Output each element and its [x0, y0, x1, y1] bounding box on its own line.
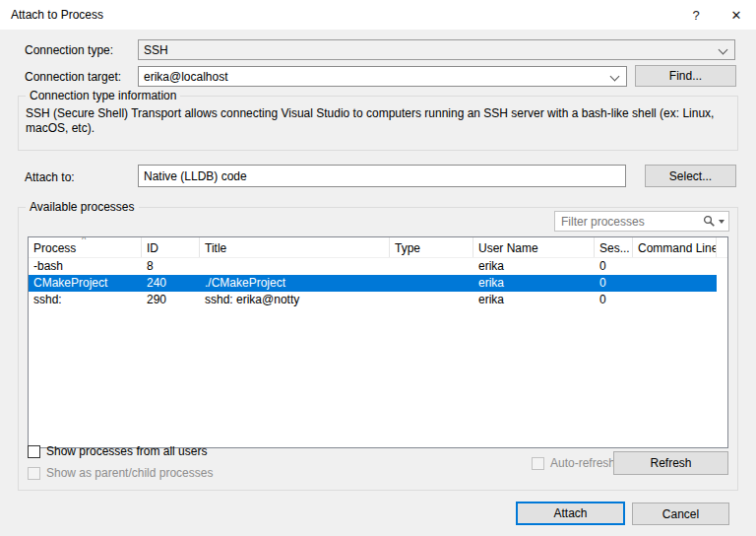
- window-title: Attach to Process: [11, 8, 103, 22]
- process-cell-cmd: [633, 258, 717, 275]
- show-all-users-checkbox[interactable]: Show processes from all users: [28, 444, 207, 458]
- process-cell-process: CMakeProject: [29, 275, 142, 292]
- process-cell-process: sshd:: [29, 292, 142, 308]
- process-list-header: Process^IDTitleTypeUser NameSes...Comman…: [29, 237, 727, 258]
- sort-ascending-icon: ^: [82, 237, 86, 244]
- column-header[interactable]: Ses...: [595, 237, 633, 257]
- filter-options-dropdown-icon[interactable]: [719, 220, 724, 224]
- process-cell-title: sshd: erika@notty: [200, 292, 390, 308]
- connection-info-group-label: Connection type information: [26, 89, 180, 102]
- process-cell-title: [200, 258, 390, 275]
- close-button[interactable]: ✕: [719, 0, 754, 30]
- show-parent-child-checkbox: Show as parent/child processes: [28, 466, 213, 480]
- cancel-button[interactable]: Cancel: [632, 502, 729, 525]
- column-header[interactable]: Command Line: [633, 237, 717, 257]
- column-header[interactable]: Process^: [29, 237, 142, 257]
- process-list-rows: -bash8erika0CMakeProject240./CMakeProjec…: [29, 258, 727, 308]
- title-bar: Attach to Process ? ✕: [0, 0, 756, 30]
- column-header[interactable]: User Name: [473, 237, 595, 257]
- checkbox-box-icon: [28, 467, 40, 480]
- available-processes-group-label: Available processes: [26, 200, 139, 214]
- filter-processes-input[interactable]: Filter processes: [554, 211, 729, 232]
- chevron-down-icon: [610, 72, 620, 82]
- connection-target-label: Connection target:: [25, 70, 121, 84]
- connection-target-value: erika@localhost: [144, 70, 228, 84]
- process-cell-cmd: [633, 292, 717, 308]
- filter-placeholder: Filter processes: [561, 215, 645, 229]
- attach-to-label: Attach to:: [25, 170, 75, 184]
- connection-target-combobox[interactable]: erika@localhost: [138, 66, 627, 87]
- process-cell-user: erika: [473, 275, 595, 292]
- attach-button[interactable]: Attach: [516, 502, 625, 525]
- column-header[interactable]: Title: [200, 237, 390, 257]
- connection-info-text: SSH (Secure Shell) Transport allows conn…: [26, 106, 726, 136]
- process-cell-title: ./CMakeProject: [200, 275, 390, 292]
- chevron-down-icon: [719, 45, 728, 55]
- connection-type-combobox[interactable]: SSH: [138, 39, 735, 60]
- process-cell-type: [390, 275, 473, 292]
- select-button[interactable]: Select...: [645, 165, 736, 187]
- connection-type-label: Connection type:: [25, 43, 113, 57]
- process-cell-type: [390, 258, 473, 275]
- checkbox-box-icon[interactable]: [28, 445, 40, 458]
- connection-type-value: SSH: [144, 43, 168, 57]
- process-cell-type: [390, 292, 473, 308]
- attach-to-field[interactable]: [138, 165, 626, 187]
- help-button[interactable]: ?: [678, 0, 714, 30]
- attach-to-process-dialog: { "window": { "title": "Attach to Proces…: [0, 0, 756, 536]
- process-cell-cmd: [633, 275, 717, 292]
- show-all-users-label: Show processes from all users: [46, 444, 207, 458]
- process-cell-id: 290: [142, 292, 200, 308]
- process-row[interactable]: sshd:290sshd: erika@nottyerika0: [29, 292, 717, 308]
- process-row[interactable]: -bash8erika0: [29, 258, 717, 275]
- process-cell-user: erika: [473, 258, 595, 275]
- refresh-button[interactable]: Refresh: [613, 451, 728, 475]
- process-list[interactable]: Process^IDTitleTypeUser NameSes...Comman…: [28, 236, 728, 448]
- checkbox-box-icon: [532, 457, 544, 470]
- process-cell-user: erika: [473, 292, 595, 308]
- process-cell-ses: 0: [595, 258, 633, 275]
- process-row[interactable]: CMakeProject240./CMakeProjecterika0: [29, 275, 717, 292]
- show-parent-child-label: Show as parent/child processes: [46, 466, 213, 480]
- column-header[interactable]: Type: [390, 237, 473, 257]
- search-icon[interactable]: [703, 215, 716, 228]
- column-header[interactable]: ID: [142, 237, 200, 257]
- process-cell-process: -bash: [29, 258, 142, 275]
- process-cell-id: 240: [142, 275, 200, 292]
- auto-refresh-label: Auto-refresh: [550, 456, 615, 470]
- process-cell-ses: 0: [595, 292, 633, 308]
- auto-refresh-checkbox: Auto-refresh: [532, 456, 615, 470]
- connection-info-group: Connection type information SSH (Secure …: [18, 96, 738, 151]
- process-cell-id: 8: [142, 258, 200, 275]
- find-button[interactable]: Find...: [635, 65, 736, 87]
- process-cell-ses: 0: [595, 275, 633, 292]
